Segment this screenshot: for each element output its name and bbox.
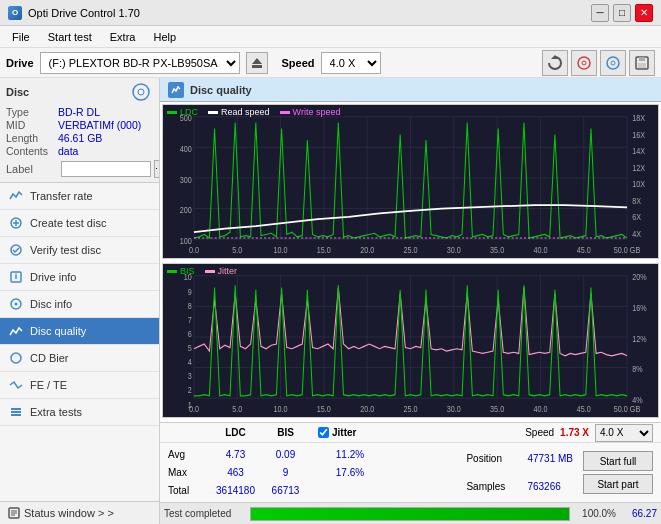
nav-fe-te[interactable]: FE / TE <box>0 372 159 399</box>
nav-disc-info[interactable]: Disc info <box>0 291 159 318</box>
svg-text:7: 7 <box>188 315 192 325</box>
menu-extra[interactable]: Extra <box>102 29 144 45</box>
svg-text:3: 3 <box>188 372 192 382</box>
svg-text:20%: 20% <box>632 273 647 283</box>
stats-area: LDC BIS Jitter Speed 1.73 X 4.0 X <box>160 422 661 502</box>
nav-create-test-disc[interactable]: Create test disc <box>0 210 159 237</box>
speed-info-label: Speed <box>525 427 554 438</box>
svg-text:40.0: 40.0 <box>533 405 547 415</box>
nav-fe-te-label: FE / TE <box>30 379 67 391</box>
label-row: Label ⋯ <box>6 160 153 178</box>
close-button[interactable]: ✕ <box>635 4 653 22</box>
legend-ldc-label: LDC <box>180 107 198 117</box>
legend-jitter-label: Jitter <box>218 266 238 276</box>
nav-drive-info[interactable]: Drive info <box>0 264 159 291</box>
content-header-icon <box>168 82 184 98</box>
charts-area: LDC Read speed Write speed <box>160 102 661 422</box>
max-jitter: 17.6% <box>336 464 364 480</box>
svg-rect-8 <box>639 57 645 61</box>
svg-text:8X: 8X <box>632 196 641 206</box>
svg-text:100: 100 <box>180 236 192 246</box>
transfer-rate-icon <box>8 188 24 204</box>
svg-text:30.0: 30.0 <box>447 405 461 415</box>
svg-text:15.0: 15.0 <box>317 246 331 256</box>
minimize-button[interactable]: ─ <box>591 4 609 22</box>
svg-text:20.0: 20.0 <box>360 405 374 415</box>
progress-bar-fill <box>251 508 569 520</box>
speed-info-select[interactable]: 4.0 X <box>595 424 653 442</box>
maximize-button[interactable]: □ <box>613 4 631 22</box>
nav-disc-quality[interactable]: Disc quality <box>0 318 159 345</box>
nav-transfer-rate[interactable]: Transfer rate <box>0 183 159 210</box>
svg-text:12X: 12X <box>632 163 645 173</box>
svg-rect-9 <box>638 63 646 68</box>
legend-write-speed-dot <box>280 111 290 114</box>
progress-status: Test completed <box>164 508 244 519</box>
svg-rect-1 <box>252 65 262 68</box>
titlebar: O Opti Drive Control 1.70 ─ □ ✕ <box>0 0 661 26</box>
disc-mid-row: MID VERBATIMf (000) <box>6 119 153 131</box>
disc-mid-value: VERBATIMf (000) <box>58 119 141 131</box>
svg-point-3 <box>578 57 590 69</box>
speed-select[interactable]: 4.0 X <box>321 52 381 74</box>
bis-chart-svg: 10 9 8 7 6 5 4 3 2 1 20% 16% 12% 8% 4% <box>163 264 658 417</box>
disc-type-label: Type <box>6 106 58 118</box>
svg-text:5: 5 <box>188 344 192 354</box>
svg-point-10 <box>133 84 149 100</box>
svg-point-18 <box>15 273 17 275</box>
svg-text:0.0: 0.0 <box>189 405 199 415</box>
stats-ldc-col: 4.73 463 3614180 <box>208 445 263 500</box>
start-full-button[interactable]: Start full <box>583 451 653 471</box>
svg-text:14X: 14X <box>632 147 645 157</box>
svg-text:10.0: 10.0 <box>274 246 288 256</box>
legend-jitter: Jitter <box>205 266 238 276</box>
toolbar: Drive (F:) PLEXTOR BD-R PX-LB950SA 1.06 … <box>0 48 661 78</box>
legend-write-speed-label: Write speed <box>293 107 341 117</box>
menu-help[interactable]: Help <box>145 29 184 45</box>
disc-icon-button[interactable] <box>571 50 597 76</box>
svg-text:45.0: 45.0 <box>577 405 591 415</box>
start-part-button[interactable]: Start part <box>583 474 653 494</box>
svg-text:20.0: 20.0 <box>360 246 374 256</box>
stats-row-labels: Avg Max Total <box>168 445 208 500</box>
menu-start-test[interactable]: Start test <box>40 29 100 45</box>
eject-button[interactable] <box>246 52 268 74</box>
legend-ldc-dot <box>167 111 177 114</box>
nav-verify-test-disc[interactable]: Verify test disc <box>0 237 159 264</box>
jitter-checkbox[interactable] <box>318 427 329 438</box>
legend-ldc: LDC <box>167 107 198 117</box>
avg-label: Avg <box>168 446 208 462</box>
bis-chart: BIS Jitter <box>162 263 659 418</box>
status-window-button[interactable]: Status window > > <box>0 501 159 524</box>
status-window-icon <box>8 507 20 519</box>
nav-extra-tests-label: Extra tests <box>30 406 82 418</box>
stats-header-bis: BIS <box>263 427 308 438</box>
svg-point-21 <box>11 353 21 363</box>
refresh-icon-button[interactable] <box>542 50 568 76</box>
disc-info-icon <box>8 296 24 312</box>
nav-extra-tests[interactable]: Extra tests <box>0 399 159 426</box>
menu-file[interactable]: File <box>4 29 38 45</box>
verify-test-disc-icon <box>8 242 24 258</box>
svg-text:200: 200 <box>180 206 192 216</box>
svg-text:10.0: 10.0 <box>274 405 288 415</box>
status-window-label: Status window > > <box>24 507 114 519</box>
speed-label: Speed <box>282 57 315 69</box>
legend-bis: BIS <box>167 266 195 276</box>
save-icon-button[interactable] <box>629 50 655 76</box>
disc-label-input[interactable] <box>61 161 151 177</box>
legend-bis-label: BIS <box>180 266 195 276</box>
nav-verify-test-disc-label: Verify test disc <box>30 244 101 256</box>
content-area: Disc quality LDC Read speed <box>160 78 661 524</box>
disc-length-label: Length <box>6 132 58 144</box>
max-ldc: 463 <box>227 464 244 480</box>
disc2-icon-button[interactable] <box>600 50 626 76</box>
svg-text:400: 400 <box>180 145 192 155</box>
nav-cd-bier[interactable]: CD Bier <box>0 345 159 372</box>
svg-text:40.0: 40.0 <box>533 246 547 256</box>
svg-text:15.0: 15.0 <box>317 405 331 415</box>
samples-value: 763266 <box>527 481 560 492</box>
drive-select[interactable]: (F:) PLEXTOR BD-R PX-LB950SA 1.06 <box>40 52 240 74</box>
bis-chart-legend: BIS Jitter <box>167 266 237 276</box>
disc-panel-header: Disc <box>6 82 153 102</box>
